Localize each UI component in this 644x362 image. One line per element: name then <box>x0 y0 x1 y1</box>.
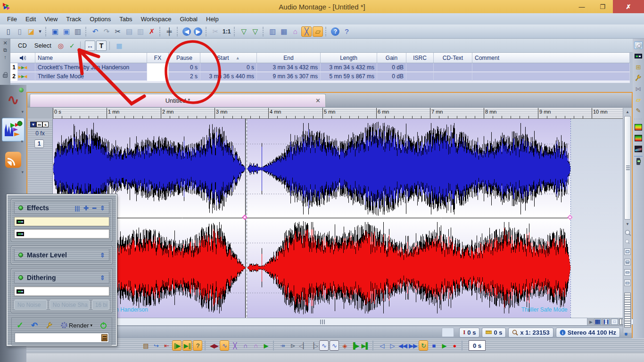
play-to-edge-icon[interactable]: ▶▌ <box>361 340 370 351</box>
open-icon[interactable]: ◪ <box>26 26 36 37</box>
solo-button[interactable]: s <box>42 122 49 127</box>
what-is-this-icon[interactable]: ? <box>193 340 202 351</box>
go-start-icon[interactable]: ◁ <box>377 340 387 351</box>
clip-markers-icon[interactable]: ▶▶◀ <box>18 63 35 72</box>
copy-icon[interactable]: ▤ <box>124 26 134 37</box>
fx-cell[interactable] <box>147 63 169 72</box>
ripple-icon[interactable]: ↠ <box>278 340 287 351</box>
zoom-thumbwheel-v[interactable] <box>624 293 631 328</box>
play-from-here-icon[interactable]: ∥▶ <box>172 340 182 351</box>
dithering-led-icon[interactable] <box>18 275 23 280</box>
power-icon[interactable] <box>100 322 107 329</box>
render-button[interactable]: Render▾ <box>61 322 92 329</box>
refresh-icon[interactable]: ↪ <box>151 340 161 351</box>
column-header-comment[interactable]: Comment <box>472 53 630 63</box>
envelope-node-icon[interactable]: ◈ <box>340 340 349 351</box>
cd-menu-cd[interactable]: CD <box>14 41 31 50</box>
routing-icon[interactable]: ||| <box>74 205 80 212</box>
spectrum-meter-icon[interactable] <box>634 123 643 131</box>
funnel-prev-icon[interactable]: ▽ <box>239 26 249 37</box>
dock-close-icon[interactable]: ✕ <box>3 40 7 47</box>
lock-icon[interactable] <box>3 74 8 78</box>
sidebar-item-wave-editor[interactable]: ∿ ▾ <box>2 88 25 111</box>
audio-format-box[interactable]: i Stereo 44 100 Hz <box>556 328 620 337</box>
save-copy-icon[interactable]: ▥ <box>73 26 83 37</box>
table-row[interactable]: 2▶▶◀Thriller Safe Mode2 s3 mn 36 s 440 m… <box>10 72 630 81</box>
name-cell[interactable]: Thriller Safe Mode <box>35 72 147 81</box>
paste-icon[interactable]: ▥ <box>135 26 146 37</box>
add-effect-icon[interactable]: ✚ <box>83 205 89 212</box>
zoom-preset2-icon[interactable]: ▐□▌ <box>603 319 610 325</box>
menu-file[interactable]: File <box>3 15 21 24</box>
crossed-scissors-icon[interactable]: ✂ <box>210 26 221 37</box>
preset-cabinet-icon[interactable] <box>101 334 107 341</box>
track-number-button[interactable]: 1 <box>34 140 44 148</box>
snap-right-icon[interactable]: ▦ <box>279 26 289 37</box>
new-file-icon[interactable]: ▯ <box>3 26 14 37</box>
column-header-pause[interactable]: Pause <box>169 53 200 63</box>
fold-icon[interactable]: ⇕ <box>100 252 105 259</box>
zoom-out-icon[interactable] <box>625 239 630 244</box>
save-icon[interactable]: ▣ <box>50 26 60 37</box>
master-fader-icon[interactable] <box>634 156 643 164</box>
track-menu-button[interactable]: ▼ <box>30 122 36 127</box>
menu-workspace[interactable]: Workspace <box>137 15 176 24</box>
insert-at-cursor-icon[interactable]: ⇤ <box>162 340 171 351</box>
column-header-start[interactable]: Start▲ <box>200 53 257 63</box>
trim-clip-icon[interactable]: ◀▶ <box>209 340 219 351</box>
write-cd-icon[interactable]: ◎ <box>56 41 66 51</box>
magnet-bounds-icon[interactable]: ⌂ <box>290 26 300 37</box>
close-button[interactable]: ✗ <box>613 0 644 13</box>
tab-close-icon[interactable]: ✕ <box>315 97 321 104</box>
funnel-next-icon[interactable]: ▽ <box>250 26 260 37</box>
play-from-edge-icon[interactable]: ▐▶ <box>350 340 360 351</box>
master-level-led-icon[interactable] <box>18 253 23 257</box>
isrc-cell[interactable] <box>406 72 434 81</box>
column-header-fx[interactable]: FX <box>147 53 169 63</box>
zoom-preset1-icon[interactable]: ▐█▌ <box>594 319 601 325</box>
wave-window2-icon[interactable]: ∿ <box>330 340 339 351</box>
help-icon[interactable]: ? <box>331 27 339 36</box>
menu-edit[interactable]: Edit <box>21 15 40 24</box>
wave-window-icon[interactable]: ∿ <box>319 340 329 351</box>
name-cell[interactable]: Crockett's Theme by Jan Handerson <box>35 63 147 72</box>
pause-cell[interactable]: 0 s <box>169 63 200 72</box>
comment-cell[interactable] <box>472 63 630 72</box>
noise-shaping-button[interactable]: No Noise Sha <box>50 300 90 310</box>
apply-check-icon[interactable]: ✓ <box>17 320 24 330</box>
fast-forward-icon[interactable]: ▶▶ <box>408 340 418 351</box>
start-cell[interactable]: 3 mn 36 s 440 ms <box>200 72 257 81</box>
sidebar-item-podcast[interactable]: ▾ <box>2 148 25 172</box>
column-header-cdtext[interactable]: CD-Text <box>434 53 472 63</box>
row-number[interactable]: 1 <box>10 63 18 72</box>
end-cell[interactable]: 9 mn 36 s 307 ms <box>257 72 321 81</box>
tag-icon[interactable]: ▱ <box>634 96 643 103</box>
nav-back-icon[interactable]: ◀ <box>182 27 191 36</box>
redo-icon[interactable]: ↷ <box>101 26 112 37</box>
fade-shape-icon[interactable]: ∩ <box>240 340 250 351</box>
wave-mode-icon[interactable]: ∿ <box>220 340 229 351</box>
next-clip-icon[interactable]: ▕▷ <box>309 340 318 351</box>
view-preset-2-button[interactable] <box>624 259 631 265</box>
length-cell[interactable]: 5 mn 59 s 867 ms <box>321 72 377 81</box>
column-header-length[interactable]: Length <box>321 53 377 63</box>
effect-slot-2[interactable] <box>14 229 109 239</box>
snap-left-icon[interactable]: ▥ <box>267 26 278 37</box>
remove-effect-icon[interactable]: ━ <box>92 205 96 212</box>
clip-label-2[interactable]: Thriller Safe Mode <box>492 306 568 313</box>
mute-button[interactable]: m <box>36 122 42 127</box>
cd-menu-select[interactable]: Select <box>31 41 55 50</box>
file-tree-icon[interactable]: ⊞ <box>634 63 643 71</box>
view-preset-3-button[interactable] <box>624 269 631 276</box>
record-icon[interactable]: ● <box>450 340 459 351</box>
speaker-column-header[interactable] <box>10 53 35 63</box>
zoom-preset3-icon[interactable]: □ <box>611 319 618 325</box>
column-header-end[interactable]: End <box>257 53 321 63</box>
bit-depth-button[interactable]: 16 bi <box>92 300 109 310</box>
sidebar-item-audio-montage[interactable]: ▾ <box>2 118 25 141</box>
reset-icon[interactable]: ↶ <box>31 321 38 330</box>
crossfade-x-icon[interactable]: ╳ <box>230 340 239 351</box>
scroll-up-icon[interactable]: ▲ <box>624 109 631 115</box>
preset-field[interactable] <box>15 333 109 343</box>
fold-icon[interactable]: ⇕ <box>100 205 105 212</box>
